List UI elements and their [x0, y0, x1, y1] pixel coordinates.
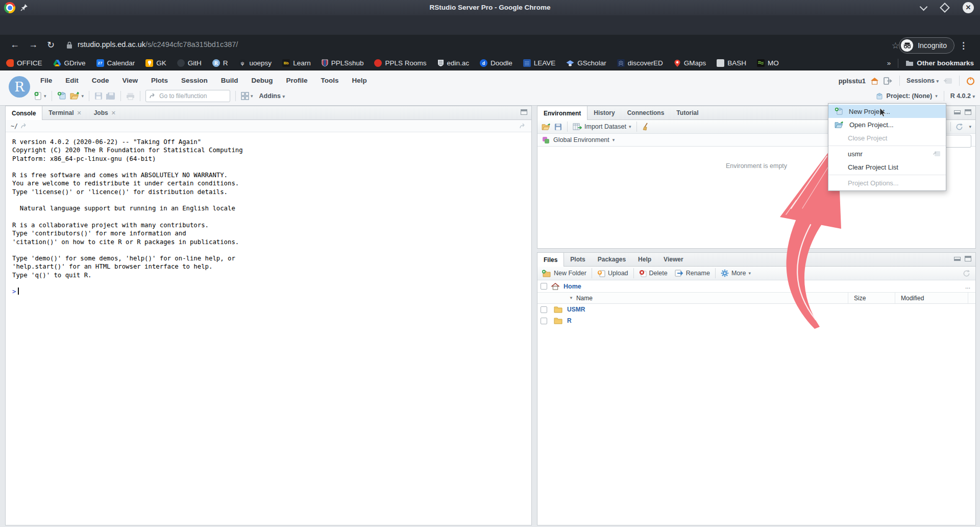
minimize-pane-icon[interactable] [954, 257, 961, 261]
menu-view[interactable]: View [116, 75, 145, 87]
home-icon[interactable] [551, 283, 559, 290]
menu-item-usmr[interactable]: usmr [828, 147, 946, 160]
clear-broom-icon[interactable] [642, 123, 650, 131]
column-modified[interactable]: Modified [901, 295, 924, 302]
forward-icon[interactable]: → [29, 39, 38, 50]
maximize-pane-icon[interactable] [965, 256, 971, 261]
bookmark-calendar[interactable]: 27Calendar [96, 59, 135, 67]
rename-button[interactable]: Rename [675, 270, 710, 277]
sessions-button[interactable]: Sessions ▾ [906, 77, 939, 84]
chevron-down-icon[interactable]: ▾ [969, 124, 971, 129]
menu-item-project-options[interactable]: Project Options... [828, 176, 946, 189]
chrome-menu-icon[interactable]: ⋮ [959, 40, 968, 51]
tab-help[interactable]: Help [632, 253, 657, 266]
file-row-r[interactable]: R [537, 315, 975, 326]
reload-icon[interactable]: ↻ [47, 39, 55, 51]
tab-tutorial[interactable]: Tutorial [670, 106, 704, 119]
sign-out-icon[interactable] [884, 77, 893, 85]
save-icon[interactable] [94, 92, 103, 100]
environment-scope-button[interactable]: Global Environment▾ [553, 136, 615, 143]
file-name-link[interactable]: R [567, 317, 572, 324]
more-button[interactable]: More ▾ [721, 269, 751, 277]
goto-file-input[interactable] [158, 92, 220, 100]
maximize-pane-icon[interactable] [965, 109, 971, 115]
other-bookmarks-button[interactable]: Other bookmarks [905, 59, 974, 67]
pane-layout-button[interactable]: ▾ [241, 92, 253, 100]
tab-jobs[interactable]: Jobs✕ [88, 106, 122, 119]
upload-button[interactable]: Upload [597, 270, 628, 277]
file-row-usmr[interactable]: USMR [537, 304, 975, 315]
bookmark-bash[interactable]: BASH [717, 59, 746, 67]
bookmark-uoepsy[interactable]: ψuoepsy [239, 59, 272, 67]
home-icon[interactable] [870, 77, 879, 85]
bookmark-learn[interactable]: BbLearn [282, 59, 311, 67]
breadcrumb-home[interactable]: Home [564, 283, 581, 290]
menu-edit[interactable]: Edit [59, 75, 85, 87]
open-in-new-session-icon[interactable] [933, 151, 941, 157]
menu-session[interactable]: Session [175, 75, 214, 87]
import-dataset-button[interactable]: Import Dataset ▾ [573, 123, 631, 130]
tab-environment[interactable]: Environment [537, 106, 587, 120]
popout-icon[interactable] [21, 123, 28, 129]
bookmark-star-icon[interactable]: ☆ [892, 40, 899, 51]
row-checkbox[interactable] [541, 306, 547, 313]
lock-icon[interactable] [66, 41, 72, 49]
new-session-icon[interactable] [943, 77, 952, 84]
menu-help[interactable]: Help [346, 75, 374, 87]
bookmark-edinac[interactable]: edin.ac [437, 59, 470, 67]
bookmark-mo[interactable]: MO [757, 59, 779, 67]
tab-plots[interactable]: Plots [564, 253, 591, 266]
menu-item-new-project[interactable]: New Project... [828, 105, 946, 118]
delete-button[interactable]: Delete [639, 270, 668, 277]
menu-item-open-project[interactable]: Open Project... [828, 118, 946, 131]
save-all-icon[interactable] [106, 92, 115, 100]
bookmark-gscholar[interactable]: GScholar [566, 59, 606, 67]
bookmark-github[interactable]: GitH [177, 59, 202, 67]
load-workspace-icon[interactable] [542, 123, 551, 131]
print-icon[interactable] [126, 92, 135, 100]
sort-desc-icon[interactable]: ▼ [569, 296, 573, 300]
maximize-pane-icon[interactable] [521, 109, 527, 115]
refresh-icon[interactable] [955, 123, 963, 131]
tab-console[interactable]: Console [6, 106, 42, 120]
bookmark-office[interactable]: OFFICE [6, 59, 42, 67]
tab-viewer[interactable]: Viewer [657, 253, 689, 266]
save-workspace-icon[interactable] [554, 123, 562, 131]
bookmark-r[interactable]: RR [212, 59, 228, 67]
close-icon[interactable]: ✕ [111, 110, 116, 116]
window-close-icon[interactable]: ✕ [963, 2, 974, 13]
project-button[interactable]: Project: (None) ▾ [875, 92, 938, 100]
select-all-checkbox[interactable] [541, 283, 547, 290]
menu-debug[interactable]: Debug [245, 75, 280, 87]
column-name[interactable]: Name [576, 295, 593, 302]
tab-files[interactable]: Files [537, 253, 564, 267]
url-text[interactable]: rstudio.ppls.ed.ac.uk/s/c2494cfc78a315bd… [78, 40, 238, 49]
new-folder-button[interactable]: New Folder [542, 270, 586, 277]
tab-packages[interactable]: Packages [592, 253, 632, 266]
menu-file[interactable]: File [34, 75, 59, 87]
column-size[interactable]: Size [854, 295, 866, 302]
menu-item-close-project[interactable]: Close Project [828, 131, 946, 145]
menu-item-clear-project-list[interactable]: Clear Project List [828, 160, 946, 174]
bookmark-discovered[interactable]: discoverED [617, 59, 663, 67]
bookmark-gmaps[interactable]: GMaps [674, 59, 706, 67]
new-project-icon[interactable] [57, 91, 67, 101]
menu-plots[interactable]: Plots [144, 75, 175, 87]
bookmark-ppls-rooms[interactable]: PPLS Rooms [374, 59, 426, 67]
console-prompt-line[interactable]: > [12, 288, 19, 295]
bookmarks-overflow-icon[interactable]: » [887, 59, 891, 67]
open-file-button[interactable]: ▾ [70, 92, 84, 100]
refresh-icon[interactable] [963, 270, 970, 277]
console-clear-icon[interactable] [520, 123, 526, 129]
addins-button[interactable]: Addins ▾ [259, 92, 285, 100]
bookmark-pplsshub[interactable]: PPLSshub [322, 59, 364, 67]
minimize-pane-icon[interactable] [954, 110, 961, 114]
tab-terminal[interactable]: Terminal✕ [42, 106, 87, 119]
menu-tools[interactable]: Tools [314, 75, 346, 87]
close-icon[interactable]: ✕ [77, 110, 81, 116]
menu-profile[interactable]: Profile [280, 75, 314, 87]
menu-build[interactable]: Build [214, 75, 245, 87]
r-version-button[interactable]: R 4.0.2 ▾ [950, 92, 975, 100]
new-file-button[interactable]: ▾ [34, 91, 46, 101]
bookmark-leave[interactable]: LEAVE [523, 59, 556, 67]
